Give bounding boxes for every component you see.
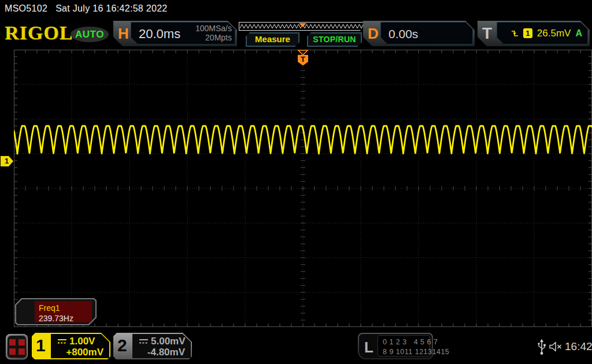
trigger-panel[interactable]: T 1 26.5mV A bbox=[478, 21, 590, 46]
trigger-label: T bbox=[482, 24, 492, 43]
sample-rate: 100MSa/s bbox=[195, 24, 232, 33]
model-label: MSO5102 bbox=[5, 3, 47, 13]
channel2-offset: -4.80mV bbox=[147, 347, 185, 358]
channel1-offset: +800mV bbox=[66, 347, 103, 358]
preview-zigzag-icon bbox=[239, 22, 368, 31]
timebase-value: 20.0ms bbox=[139, 27, 180, 42]
graticule-display[interactable]: T bbox=[14, 50, 592, 327]
channel2-number: 2 bbox=[117, 336, 127, 355]
measure-button[interactable]: Measure bbox=[246, 32, 299, 47]
acquisition-info: 100MSa/s 20Mpts bbox=[195, 24, 232, 42]
channel1-settings: 1.00V +800mV bbox=[51, 334, 109, 358]
datetime-label: Sat July 16 16:42:58 2022 bbox=[56, 3, 167, 13]
logic-channel-list: 0 1 2 3 4 5 6 7 8 9 1011 12131415 bbox=[378, 335, 430, 356]
channel1-scale: 1.00V bbox=[69, 336, 95, 347]
logic-label: L bbox=[364, 339, 373, 356]
clock-display: 16:42 bbox=[565, 340, 592, 353]
dc-coupling-icon bbox=[139, 339, 148, 344]
status-line: MSO5102Sat July 16 16:42:58 2022 bbox=[5, 3, 176, 14]
delay-value: 0.00s bbox=[388, 27, 418, 41]
grid-menu-button[interactable] bbox=[6, 334, 28, 359]
channel1-number: 1 bbox=[36, 336, 46, 355]
measurement-name: Freq1 bbox=[39, 303, 92, 313]
horizontal-panel[interactable]: H 20.0ms 100MSa/s 20Mpts bbox=[113, 21, 237, 46]
trigger-mode-badge[interactable]: AUTO bbox=[71, 27, 109, 42]
delay-panel[interactable]: D 0.00s bbox=[363, 21, 475, 46]
logic-row-2: 8 9 1011 12131415 bbox=[383, 347, 430, 357]
grid-menu-icon bbox=[8, 336, 26, 358]
oscilloscope-screen: MSO5102Sat July 16 16:42:58 2022 RIGOL A… bbox=[0, 0, 592, 364]
dc-coupling-icon bbox=[58, 339, 66, 344]
trigger-field[interactable]: 1 26.5mV A bbox=[497, 22, 588, 44]
logic-row-1: 0 1 2 3 4 5 6 7 bbox=[383, 337, 430, 347]
channel1-status-block[interactable]: 1 1.00V +800mV bbox=[32, 333, 110, 359]
trigger-status: A bbox=[575, 28, 582, 39]
measurement-value: 239.73Hz bbox=[39, 313, 92, 324]
measurement-item-freq1[interactable]: Freq1 239.73Hz bbox=[15, 298, 97, 325]
logic-block-body: L 0 1 2 3 4 5 6 7 8 9 1011 12131415 bbox=[359, 334, 432, 358]
waveform-preview-strip[interactable] bbox=[239, 22, 368, 31]
channel2-settings: 5.00mV -4.80mV bbox=[132, 334, 191, 358]
trigger-source-badge: 1 bbox=[523, 28, 532, 38]
measurement-item-value-area: Freq1 239.73Hz bbox=[35, 301, 92, 322]
svg-text:T: T bbox=[301, 55, 305, 64]
usb-icon bbox=[537, 339, 546, 356]
measurement-item-body: Freq1 239.73Hz bbox=[16, 299, 95, 324]
speaker-muted-icon[interactable] bbox=[549, 341, 564, 352]
stop-run-button[interactable]: STOP/RUN bbox=[307, 32, 362, 47]
channel1-position-marker[interactable]: 1 bbox=[1, 156, 13, 166]
delay-field[interactable]: 0.00s bbox=[380, 22, 473, 44]
logic-channels-block[interactable]: L 0 1 2 3 4 5 6 7 8 9 1011 12131415 bbox=[358, 333, 433, 359]
delay-label: D bbox=[368, 25, 379, 43]
channel2-status-block[interactable]: 2 5.00mV -4.80mV bbox=[113, 333, 192, 359]
channel2-scale: 5.00mV bbox=[151, 336, 186, 347]
rigol-logo: RIGOL bbox=[5, 22, 73, 44]
trigger-level-value: 26.5mV bbox=[537, 28, 571, 39]
memory-depth: 20Mpts bbox=[195, 33, 232, 42]
horizontal-label: H bbox=[118, 25, 129, 43]
falling-edge-icon bbox=[511, 29, 519, 38]
horizontal-field[interactable]: 20.0ms 100MSa/s 20Mpts bbox=[131, 22, 235, 44]
